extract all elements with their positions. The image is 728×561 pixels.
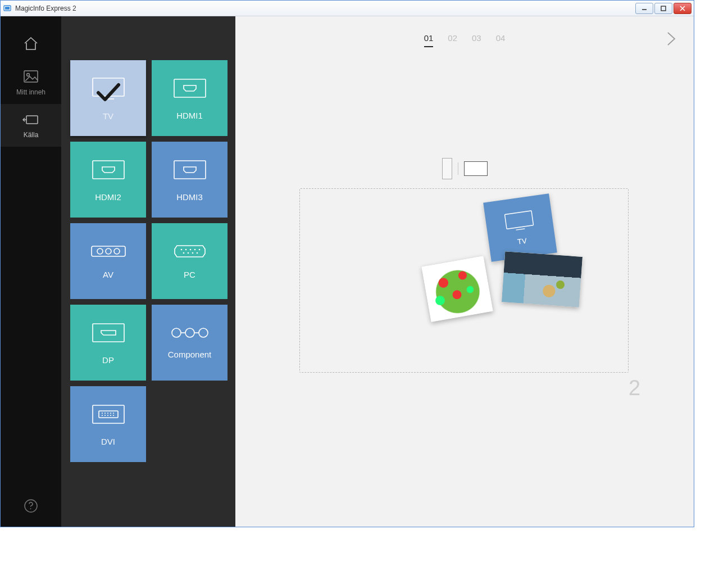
step-indicator: 01 02 03 04 (235, 33, 694, 47)
source-label: DVI (101, 437, 115, 446)
next-button[interactable] (665, 31, 678, 49)
svg-point-37 (102, 413, 103, 414)
dvi-icon (89, 402, 128, 427)
svg-rect-29 (93, 324, 124, 342)
svg-rect-8 (26, 116, 38, 124)
svg-point-27 (192, 252, 193, 254)
source-tile-dvi[interactable]: DVI (70, 386, 146, 462)
source-tile-av[interactable]: AV (70, 223, 146, 299)
image-thumbnail (502, 251, 583, 307)
image-thumbnail (421, 256, 493, 322)
layout-drop-zone[interactable]: TV (299, 188, 629, 373)
step-01[interactable]: 01 (424, 33, 434, 47)
svg-point-18 (106, 248, 111, 254)
source-label: HDMI3 (176, 192, 203, 202)
minimize-button[interactable] (635, 3, 653, 14)
minimize-icon (641, 6, 647, 11)
component-icon (170, 326, 210, 340)
svg-point-28 (196, 252, 198, 254)
orientation-divider (458, 162, 458, 175)
svg-rect-16 (92, 246, 125, 256)
app-icon (3, 4, 12, 13)
source-tile-hdmi1[interactable]: HDMI1 (152, 60, 228, 136)
svg-point-10 (30, 508, 31, 509)
canvas-area: 01 02 03 04 TV (235, 16, 694, 527)
svg-point-26 (187, 252, 189, 254)
maximize-button[interactable] (654, 3, 672, 14)
help-icon (24, 499, 38, 513)
svg-point-30 (172, 328, 181, 337)
maximize-icon (661, 6, 666, 11)
sidebar-item-label: Källa (24, 131, 39, 139)
svg-point-44 (107, 415, 108, 416)
hdmi-icon (170, 157, 210, 182)
av-icon (90, 243, 126, 260)
step-04[interactable]: 04 (496, 33, 506, 47)
source-tile-pc[interactable]: PC (152, 223, 228, 299)
source-tile-hdmi3[interactable]: HDMI3 (152, 142, 228, 218)
tv-icon (502, 208, 536, 233)
sidebar-item-content[interactable]: Mitt inneh (1, 60, 61, 104)
sources-panel: TV HDMI1 HDMI2 (61, 16, 235, 527)
step-03[interactable]: 03 (472, 33, 481, 47)
svg-point-25 (183, 252, 184, 254)
source-label: Component (168, 350, 212, 359)
svg-point-7 (27, 74, 30, 76)
dropped-image-cafe[interactable] (502, 251, 583, 307)
source-tile-hdmi2[interactable]: HDMI2 (70, 142, 146, 218)
svg-rect-36 (99, 411, 118, 418)
svg-point-23 (194, 249, 195, 251)
svg-point-32 (199, 328, 208, 337)
svg-rect-3 (661, 6, 666, 11)
slot-number: 2 (629, 376, 694, 400)
svg-point-31 (185, 328, 194, 337)
source-label: PC (184, 270, 195, 279)
svg-point-20 (180, 249, 182, 251)
orientation-landscape[interactable] (464, 161, 488, 176)
svg-point-43 (104, 415, 106, 416)
svg-point-42 (102, 415, 103, 416)
titlebar: MagicInfo Express 2 (1, 1, 694, 16)
dropped-image-salad[interactable] (421, 256, 493, 322)
step-02[interactable]: 02 (448, 33, 457, 47)
svg-point-19 (114, 248, 120, 254)
client-area: Mitt inneh Källa (1, 16, 694, 527)
source-label: HDMI1 (176, 111, 203, 120)
svg-rect-14 (93, 161, 124, 179)
close-icon (680, 6, 685, 11)
svg-point-21 (185, 249, 186, 251)
sources-grid: TV HDMI1 HDMI2 (70, 60, 230, 462)
window-title: MagicInfo Express 2 (15, 4, 634, 12)
dp-icon (89, 320, 128, 345)
svg-point-46 (113, 415, 114, 416)
svg-point-45 (110, 415, 111, 416)
hdmi-icon (170, 76, 210, 101)
orientation-toggle (235, 158, 694, 179)
svg-rect-13 (174, 79, 206, 97)
close-button[interactable] (674, 3, 691, 14)
dropped-source-label: TV (517, 236, 527, 246)
sidebar: Mitt inneh Källa (1, 16, 61, 527)
svg-point-17 (97, 248, 103, 254)
source-tile-component[interactable]: Component (152, 305, 228, 381)
source-label: AV (103, 270, 113, 279)
svg-rect-15 (174, 161, 206, 179)
svg-rect-1 (5, 7, 10, 10)
svg-point-41 (113, 413, 114, 414)
dropped-source-tv[interactable]: TV (483, 193, 557, 261)
help-button[interactable] (1, 499, 61, 513)
source-label: TV (103, 111, 113, 121)
window-controls (634, 3, 691, 14)
source-tile-tv[interactable]: TV (70, 60, 146, 136)
svg-rect-35 (93, 405, 124, 423)
sidebar-item-source[interactable]: Källa (1, 104, 61, 147)
home-button[interactable] (1, 26, 61, 60)
svg-point-22 (189, 249, 191, 251)
image-icon (22, 69, 39, 84)
svg-point-38 (104, 413, 106, 414)
orientation-portrait[interactable] (442, 158, 452, 179)
sidebar-item-label: Mitt inneh (16, 88, 46, 96)
svg-line-48 (516, 228, 525, 229)
svg-rect-47 (504, 210, 533, 228)
source-tile-dp[interactable]: DP (70, 305, 146, 381)
